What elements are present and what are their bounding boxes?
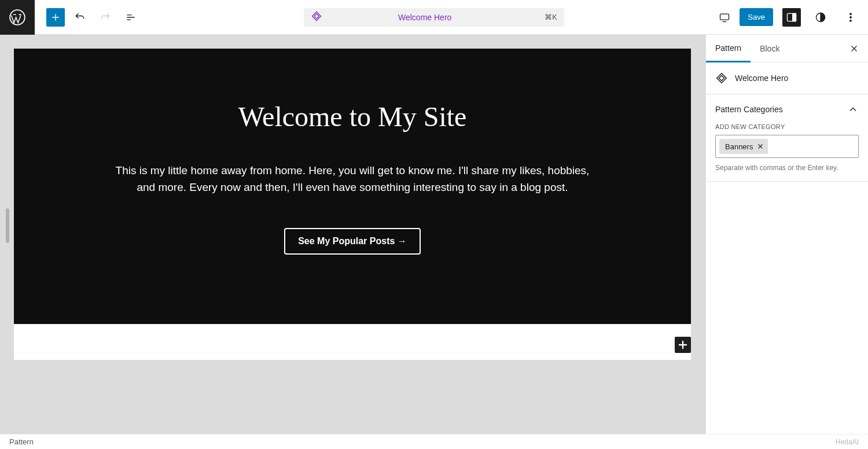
pattern-categories-panel: Pattern Categories ADD NEW CATEGORY Bann… <box>706 94 868 182</box>
svg-rect-3 <box>793 13 796 21</box>
plus-icon <box>675 337 691 353</box>
wordpress-logo-button[interactable] <box>0 0 35 35</box>
desktop-icon <box>719 12 730 23</box>
pattern-summary-row[interactable]: Welcome Hero <box>706 62 868 94</box>
sidebar-tabs: Pattern Block <box>706 35 868 62</box>
category-help-text: Separate with commas or the Enter key. <box>715 164 859 172</box>
add-block-button[interactable] <box>675 337 691 353</box>
wordpress-icon <box>9 9 25 25</box>
save-button[interactable]: Save <box>740 8 773 26</box>
panel-title: Pattern Categories <box>715 105 783 114</box>
document-title: Welcome Hero <box>310 13 540 22</box>
contrast-icon <box>815 12 826 23</box>
tab-pattern[interactable]: Pattern <box>706 35 751 62</box>
svg-point-5 <box>850 13 852 14</box>
settings-sidebar: Pattern Block Welcome Hero Pattern Categ… <box>705 35 868 434</box>
block-inserter-button[interactable] <box>46 8 65 27</box>
panel-toggle-categories[interactable]: Pattern Categories <box>715 104 859 115</box>
undo-icon <box>74 12 86 23</box>
resize-handle-left[interactable] <box>6 208 9 243</box>
list-view-icon <box>125 12 137 23</box>
hero-cover-block[interactable]: Welcome to My Site This is my little hom… <box>14 49 691 324</box>
styles-button[interactable] <box>810 7 831 28</box>
editor-footer: Pattern HedaAI <box>0 434 868 449</box>
category-tag-text: Banners <box>725 142 753 151</box>
pattern-name-label: Welcome Hero <box>735 73 788 83</box>
editor-canvas[interactable]: Welcome to My Site This is my little hom… <box>14 49 691 360</box>
empty-paragraph-block[interactable] <box>14 324 691 360</box>
view-button[interactable] <box>714 7 735 28</box>
svg-rect-1 <box>720 14 729 20</box>
pattern-icon <box>715 72 728 84</box>
category-tag-chip: Banners <box>719 139 768 154</box>
top-toolbar: Welcome Hero ⌘K Save <box>0 0 868 35</box>
remove-tag-icon[interactable] <box>756 142 764 150</box>
toolbar-right-group: Save <box>709 7 868 28</box>
svg-point-6 <box>850 16 852 18</box>
kebab-icon <box>845 12 856 23</box>
options-menu-button[interactable] <box>840 7 861 28</box>
hero-heading[interactable]: Welcome to My Site <box>83 101 621 133</box>
undo-button[interactable] <box>69 7 90 28</box>
document-title-bar[interactable]: Welcome Hero ⌘K <box>304 8 564 27</box>
footer-brand: HedaAI <box>836 438 859 446</box>
settings-sidebar-toggle[interactable] <box>782 8 801 27</box>
editor-canvas-area: Welcome to My Site This is my little hom… <box>0 35 705 434</box>
redo-icon <box>100 12 111 23</box>
svg-point-7 <box>850 20 852 21</box>
command-shortcut: ⌘K <box>545 13 557 21</box>
category-text-field[interactable] <box>770 139 855 154</box>
plus-icon <box>50 12 61 23</box>
hero-paragraph[interactable]: This is my little home away from home. H… <box>115 163 590 196</box>
add-category-label: ADD NEW CATEGORY <box>715 123 859 130</box>
redo-button[interactable] <box>95 7 116 28</box>
workspace: Welcome to My Site This is my little hom… <box>0 35 868 434</box>
chevron-up-icon <box>847 104 859 115</box>
close-sidebar-button[interactable] <box>845 39 863 58</box>
document-overview-button[interactable] <box>120 7 141 28</box>
close-icon <box>849 43 859 54</box>
tab-block[interactable]: Block <box>751 35 789 62</box>
hero-cta-button[interactable]: See My Popular Posts → <box>284 228 421 255</box>
sidebar-icon <box>786 12 797 23</box>
category-tag-input[interactable]: Banners <box>715 135 859 158</box>
block-breadcrumb[interactable]: Pattern <box>9 437 34 446</box>
